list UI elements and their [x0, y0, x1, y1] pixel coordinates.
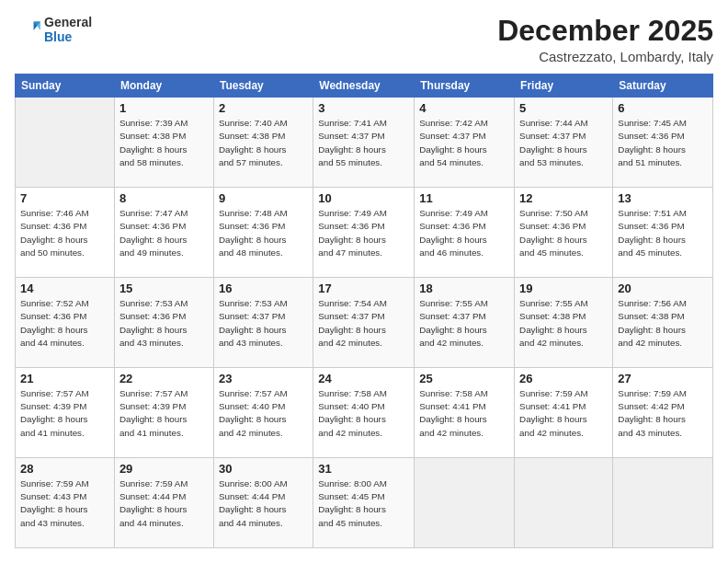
day-number: 15 [119, 282, 209, 295]
day-info: Sunrise: 7:42 AMSunset: 4:37 PMDaylight:… [419, 117, 509, 169]
day-cell: 11Sunrise: 7:49 AMSunset: 4:36 PMDayligh… [415, 188, 515, 278]
location: Castrezzato, Lombardy, Italy [497, 49, 713, 64]
day-info: Sunrise: 7:56 AMSunset: 4:38 PMDaylight:… [618, 297, 708, 350]
day-cell: 18Sunrise: 7:55 AMSunset: 4:37 PMDayligh… [415, 278, 515, 368]
day-info: Sunrise: 8:00 AMSunset: 4:44 PMDaylight:… [219, 477, 308, 530]
day-number: 13 [618, 191, 708, 205]
col-header-tuesday: Tuesday [213, 75, 313, 98]
day-number: 4 [419, 101, 509, 115]
day-number: 30 [219, 462, 308, 476]
day-info: Sunrise: 7:59 AMSunset: 4:44 PMDaylight:… [119, 477, 209, 530]
day-number: 6 [618, 101, 708, 115]
logo: General Blue [15, 15, 92, 44]
day-cell: 7Sunrise: 7:46 AMSunset: 4:36 PMDaylight… [16, 188, 115, 278]
day-info: Sunrise: 8:00 AMSunset: 4:45 PMDaylight:… [318, 477, 409, 530]
day-info: Sunrise: 7:59 AMSunset: 4:43 PMDaylight:… [20, 477, 109, 530]
day-number: 7 [20, 191, 109, 205]
day-info: Sunrise: 7:47 AMSunset: 4:36 PMDaylight:… [119, 207, 209, 259]
col-header-monday: Monday [114, 75, 213, 98]
day-info: Sunrise: 7:58 AMSunset: 4:40 PMDaylight:… [318, 387, 409, 440]
day-number: 19 [519, 282, 608, 295]
day-info: Sunrise: 7:46 AMSunset: 4:36 PMDaylight:… [20, 207, 109, 259]
day-info: Sunrise: 7:55 AMSunset: 4:37 PMDaylight:… [419, 297, 509, 350]
day-info: Sunrise: 7:51 AMSunset: 4:36 PMDaylight:… [618, 207, 708, 259]
day-info: Sunrise: 7:49 AMSunset: 4:36 PMDaylight:… [318, 207, 409, 259]
day-number: 9 [219, 191, 308, 205]
day-info: Sunrise: 7:59 AMSunset: 4:42 PMDaylight:… [618, 387, 708, 440]
day-cell: 17Sunrise: 7:54 AMSunset: 4:37 PMDayligh… [313, 278, 415, 368]
day-number: 11 [419, 191, 509, 205]
day-info: Sunrise: 7:54 AMSunset: 4:37 PMDaylight:… [318, 297, 409, 350]
day-cell: 4Sunrise: 7:42 AMSunset: 4:37 PMDaylight… [415, 98, 515, 188]
day-cell [16, 98, 115, 188]
day-cell: 9Sunrise: 7:48 AMSunset: 4:36 PMDaylight… [213, 188, 313, 278]
day-cell: 24Sunrise: 7:58 AMSunset: 4:40 PMDayligh… [313, 368, 415, 458]
day-info: Sunrise: 7:57 AMSunset: 4:40 PMDaylight:… [219, 387, 308, 440]
day-cell: 12Sunrise: 7:50 AMSunset: 4:36 PMDayligh… [515, 188, 613, 278]
day-number: 24 [318, 372, 409, 385]
day-cell: 14Sunrise: 7:52 AMSunset: 4:36 PMDayligh… [16, 278, 115, 368]
day-number: 20 [618, 282, 708, 295]
week-row-2: 7Sunrise: 7:46 AMSunset: 4:36 PMDaylight… [16, 188, 713, 278]
week-row-5: 28Sunrise: 7:59 AMSunset: 4:43 PMDayligh… [16, 458, 713, 548]
col-header-sunday: Sunday [16, 75, 115, 98]
day-cell: 16Sunrise: 7:53 AMSunset: 4:37 PMDayligh… [213, 278, 313, 368]
day-cell [515, 458, 613, 548]
day-info: Sunrise: 7:55 AMSunset: 4:38 PMDaylight:… [519, 297, 608, 350]
day-cell: 30Sunrise: 8:00 AMSunset: 4:44 PMDayligh… [213, 458, 313, 548]
day-number: 29 [119, 462, 209, 476]
calendar-table: SundayMondayTuesdayWednesdayThursdayFrid… [15, 74, 713, 548]
day-cell: 5Sunrise: 7:44 AMSunset: 4:37 PMDaylight… [515, 98, 613, 188]
day-cell: 22Sunrise: 7:57 AMSunset: 4:39 PMDayligh… [114, 368, 213, 458]
day-number: 14 [20, 282, 109, 295]
week-row-1: 1Sunrise: 7:39 AMSunset: 4:38 PMDaylight… [16, 98, 713, 188]
day-info: Sunrise: 7:49 AMSunset: 4:36 PMDaylight:… [419, 207, 509, 259]
day-info: Sunrise: 7:48 AMSunset: 4:36 PMDaylight:… [219, 207, 308, 259]
day-number: 8 [119, 191, 209, 205]
day-cell: 8Sunrise: 7:47 AMSunset: 4:36 PMDaylight… [114, 188, 213, 278]
day-cell [613, 458, 713, 548]
day-cell: 25Sunrise: 7:58 AMSunset: 4:41 PMDayligh… [415, 368, 515, 458]
day-info: Sunrise: 7:52 AMSunset: 4:36 PMDaylight:… [20, 297, 109, 350]
day-cell: 27Sunrise: 7:59 AMSunset: 4:42 PMDayligh… [613, 368, 713, 458]
calendar-header-row: SundayMondayTuesdayWednesdayThursdayFrid… [16, 75, 713, 98]
day-cell: 1Sunrise: 7:39 AMSunset: 4:38 PMDaylight… [114, 98, 213, 188]
day-number: 28 [20, 462, 109, 476]
day-info: Sunrise: 7:41 AMSunset: 4:37 PMDaylight:… [318, 117, 409, 169]
day-cell [415, 458, 515, 548]
month-title: December 2025 [497, 15, 713, 47]
day-number: 12 [519, 191, 608, 205]
day-number: 23 [219, 372, 308, 385]
day-info: Sunrise: 7:44 AMSunset: 4:37 PMDaylight:… [519, 117, 608, 169]
week-row-3: 14Sunrise: 7:52 AMSunset: 4:36 PMDayligh… [16, 278, 713, 368]
day-cell: 3Sunrise: 7:41 AMSunset: 4:37 PMDaylight… [313, 98, 415, 188]
col-header-thursday: Thursday [415, 75, 515, 98]
day-number: 27 [618, 372, 708, 385]
day-cell: 20Sunrise: 7:56 AMSunset: 4:38 PMDayligh… [613, 278, 713, 368]
day-number: 22 [119, 372, 209, 385]
day-info: Sunrise: 7:58 AMSunset: 4:41 PMDaylight:… [419, 387, 509, 440]
day-cell: 21Sunrise: 7:57 AMSunset: 4:39 PMDayligh… [16, 368, 115, 458]
day-info: Sunrise: 7:39 AMSunset: 4:38 PMDaylight:… [119, 117, 209, 169]
day-cell: 23Sunrise: 7:57 AMSunset: 4:40 PMDayligh… [213, 368, 313, 458]
day-number: 5 [519, 101, 608, 115]
day-cell: 2Sunrise: 7:40 AMSunset: 4:38 PMDaylight… [213, 98, 313, 188]
col-header-wednesday: Wednesday [313, 75, 415, 98]
day-info: Sunrise: 7:53 AMSunset: 4:37 PMDaylight:… [219, 297, 308, 350]
day-number: 25 [419, 372, 509, 385]
day-info: Sunrise: 7:45 AMSunset: 4:36 PMDaylight:… [618, 117, 708, 169]
day-number: 26 [519, 372, 608, 385]
day-number: 31 [318, 462, 409, 476]
day-cell: 28Sunrise: 7:59 AMSunset: 4:43 PMDayligh… [16, 458, 115, 548]
logo-icon [15, 17, 40, 42]
day-cell: 29Sunrise: 7:59 AMSunset: 4:44 PMDayligh… [114, 458, 213, 548]
day-cell: 31Sunrise: 8:00 AMSunset: 4:45 PMDayligh… [313, 458, 415, 548]
day-info: Sunrise: 7:53 AMSunset: 4:36 PMDaylight:… [119, 297, 209, 350]
logo-text: General Blue [44, 15, 92, 44]
week-row-4: 21Sunrise: 7:57 AMSunset: 4:39 PMDayligh… [16, 368, 713, 458]
day-cell: 6Sunrise: 7:45 AMSunset: 4:36 PMDaylight… [613, 98, 713, 188]
day-cell: 15Sunrise: 7:53 AMSunset: 4:36 PMDayligh… [114, 278, 213, 368]
day-info: Sunrise: 7:57 AMSunset: 4:39 PMDaylight:… [20, 387, 109, 440]
day-number: 1 [119, 101, 209, 115]
day-info: Sunrise: 7:50 AMSunset: 4:36 PMDaylight:… [519, 207, 608, 259]
